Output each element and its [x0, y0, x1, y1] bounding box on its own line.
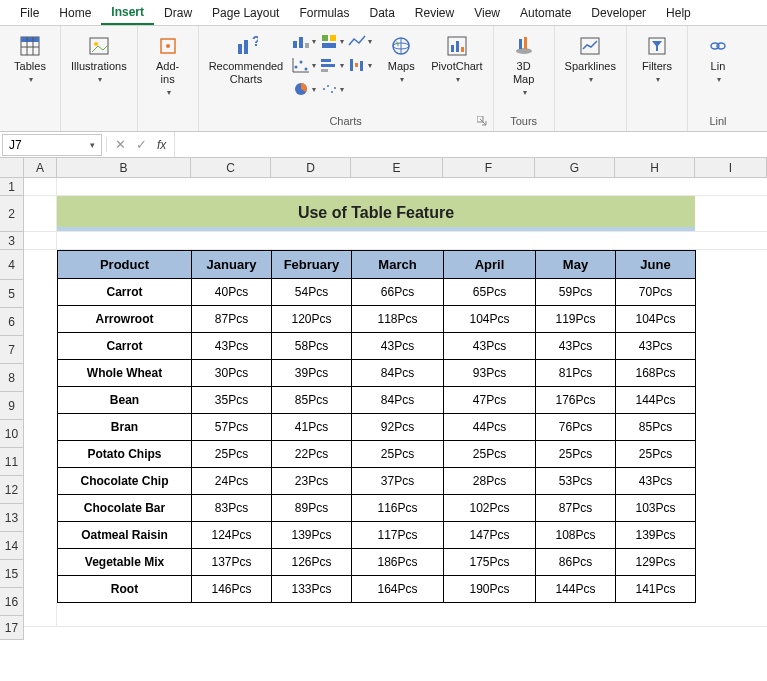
row-header-2[interactable]: 2	[0, 196, 24, 232]
table-cell[interactable]: 139Pcs	[272, 522, 352, 549]
row-header-1[interactable]: 1	[0, 178, 24, 196]
table-cell[interactable]: 176Pcs	[536, 387, 616, 414]
menu-developer[interactable]: Developer	[581, 2, 656, 24]
row-header-10[interactable]: 10	[0, 420, 24, 448]
table-cell[interactable]: 108Pcs	[536, 522, 616, 549]
menu-data[interactable]: Data	[359, 2, 404, 24]
table-cell[interactable]: 43Pcs	[192, 333, 272, 360]
table-cell[interactable]: 25Pcs	[352, 441, 444, 468]
table-cell[interactable]: 141Pcs	[616, 576, 696, 603]
table-cell[interactable]: 87Pcs	[536, 495, 616, 522]
table-cell[interactable]: 102Pcs	[444, 495, 536, 522]
table-cell[interactable]: 76Pcs	[536, 414, 616, 441]
column-header-I[interactable]: I	[695, 158, 767, 178]
table-cell[interactable]: 84Pcs	[352, 387, 444, 414]
table-cell[interactable]: 126Pcs	[272, 549, 352, 576]
table-cell[interactable]: Potato Chips	[58, 441, 192, 468]
row-header-6[interactable]: 6	[0, 308, 24, 336]
column-chart-icon[interactable]: ▾	[291, 30, 317, 52]
table-cell[interactable]: 22Pcs	[272, 441, 352, 468]
fx-icon[interactable]: fx	[157, 138, 166, 152]
row-header-7[interactable]: 7	[0, 336, 24, 364]
table-cell[interactable]: 40Pcs	[192, 279, 272, 306]
table-cell[interactable]: 175Pcs	[444, 549, 536, 576]
table-cell[interactable]: 23Pcs	[272, 468, 352, 495]
row-header-15[interactable]: 15	[0, 560, 24, 588]
pie-chart-icon[interactable]: ▾	[291, 78, 317, 100]
chevron-down-icon[interactable]: ▾	[90, 140, 95, 150]
sparklines-button[interactable]: Sparklines ▾	[563, 30, 618, 88]
table-cell[interactable]: 85Pcs	[616, 414, 696, 441]
link-button[interactable]: Lin ▾	[696, 30, 740, 88]
table-cell[interactable]: 25Pcs	[616, 441, 696, 468]
scatter-chart-icon[interactable]: ▾	[291, 54, 317, 76]
table-cell[interactable]: 43Pcs	[616, 333, 696, 360]
table-header-cell[interactable]: May	[536, 251, 616, 279]
table-cell[interactable]: 66Pcs	[352, 279, 444, 306]
table-cell[interactable]: 58Pcs	[272, 333, 352, 360]
cells-area[interactable]: Use of Table Feature ProductJanuaryFebru…	[24, 178, 767, 681]
tables-button[interactable]: Tables ▾	[8, 30, 52, 88]
table-cell[interactable]: 43Pcs	[444, 333, 536, 360]
addins-button[interactable]: Add- ins ▾	[146, 30, 190, 101]
table-cell[interactable]: 25Pcs	[444, 441, 536, 468]
menu-insert[interactable]: Insert	[101, 1, 154, 25]
menu-review[interactable]: Review	[405, 2, 464, 24]
table-cell[interactable]: 24Pcs	[192, 468, 272, 495]
table-cell[interactable]: 41Pcs	[272, 414, 352, 441]
table-cell[interactable]: 92Pcs	[352, 414, 444, 441]
recommended-charts-button[interactable]: ? Recommended Charts	[207, 30, 286, 90]
table-cell[interactable]: 85Pcs	[272, 387, 352, 414]
table-cell[interactable]: 118Pcs	[352, 306, 444, 333]
column-header-A[interactable]: A	[24, 158, 57, 178]
cancel-icon[interactable]: ✕	[115, 137, 126, 152]
select-all-corner[interactable]	[0, 158, 24, 178]
filters-button[interactable]: Filters ▾	[635, 30, 679, 88]
table-cell[interactable]: 39Pcs	[272, 360, 352, 387]
hierarchy-chart-icon[interactable]: ▾	[319, 30, 345, 52]
table-cell[interactable]: Carrot	[58, 333, 192, 360]
name-box[interactable]: ▾	[2, 134, 102, 156]
table-cell[interactable]: Oatmeal Raisin	[58, 522, 192, 549]
row-header-17[interactable]: 17	[0, 616, 24, 640]
table-cell[interactable]: 86Pcs	[536, 549, 616, 576]
row-header-4[interactable]: 4	[0, 250, 24, 280]
table-cell[interactable]: 65Pcs	[444, 279, 536, 306]
menu-draw[interactable]: Draw	[154, 2, 202, 24]
table-cell[interactable]: Chocolate Bar	[58, 495, 192, 522]
table-cell[interactable]: 137Pcs	[192, 549, 272, 576]
name-box-input[interactable]	[9, 138, 69, 152]
table-cell[interactable]: 144Pcs	[616, 387, 696, 414]
menu-view[interactable]: View	[464, 2, 510, 24]
table-header-cell[interactable]: January	[192, 251, 272, 279]
table-cell[interactable]: 44Pcs	[444, 414, 536, 441]
line-chart-icon[interactable]: ▾	[347, 30, 373, 52]
menu-automate[interactable]: Automate	[510, 2, 581, 24]
table-cell[interactable]: Bean	[58, 387, 192, 414]
row-header-3[interactable]: 3	[0, 232, 24, 250]
row-header-8[interactable]: 8	[0, 364, 24, 392]
row-header-5[interactable]: 5	[0, 280, 24, 308]
table-cell[interactable]: 119Pcs	[536, 306, 616, 333]
column-header-E[interactable]: E	[351, 158, 443, 178]
table-cell[interactable]: 129Pcs	[616, 549, 696, 576]
check-icon[interactable]: ✓	[136, 137, 147, 152]
menu-formulas[interactable]: Formulas	[289, 2, 359, 24]
table-header-cell[interactable]: June	[616, 251, 696, 279]
table-cell[interactable]: Root	[58, 576, 192, 603]
statistic-chart-icon[interactable]: ▾	[319, 78, 345, 100]
table-cell[interactable]: 84Pcs	[352, 360, 444, 387]
column-header-G[interactable]: G	[535, 158, 615, 178]
table-cell[interactable]: 47Pcs	[444, 387, 536, 414]
table-cell[interactable]: 35Pcs	[192, 387, 272, 414]
table-cell[interactable]: 37Pcs	[352, 468, 444, 495]
menu-page-layout[interactable]: Page Layout	[202, 2, 289, 24]
formula-input[interactable]	[174, 132, 767, 157]
column-header-B[interactable]: B	[57, 158, 191, 178]
table-cell[interactable]: 53Pcs	[536, 468, 616, 495]
row-header-9[interactable]: 9	[0, 392, 24, 420]
table-cell[interactable]: 120Pcs	[272, 306, 352, 333]
table-header-cell[interactable]: Product	[58, 251, 192, 279]
row-header-14[interactable]: 14	[0, 532, 24, 560]
table-cell[interactable]: 57Pcs	[192, 414, 272, 441]
